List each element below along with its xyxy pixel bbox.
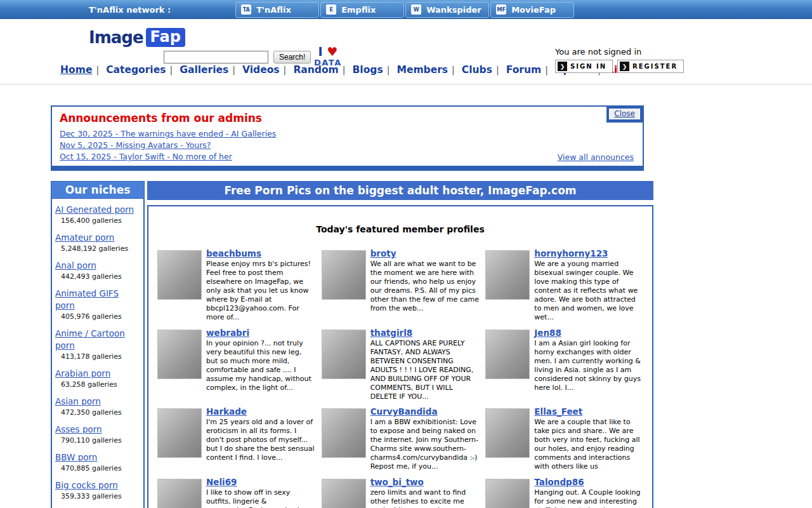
profile-username-link[interactable]: hornyhorny123 [534,248,608,258]
nav-link[interactable]: Galleries [180,64,228,76]
nav-link[interactable]: Home [60,64,92,76]
niche-item: Asian porn 472,350 galleries [55,395,140,417]
niche-link[interactable]: Arabian porn [55,368,110,378]
profile-thumbnail[interactable] [322,250,366,300]
content: Our niches AI Generated porn 156,400 gal… [51,181,812,508]
niches-sidebar: Our niches AI Generated porn 156,400 gal… [51,181,145,508]
profile-thumbnail[interactable] [157,330,202,379]
view-all-announces-link[interactable]: View all announces [558,152,634,162]
niche-item: Animated GIFS porn 405,976 galleries [55,287,140,321]
profile-description: ALL CAPTIONS ARE PURELY FANTASY, AND ALW… [370,339,480,402]
niche-link[interactable]: BBW porn [55,452,97,462]
search-button[interactable]: Search! [273,51,311,64]
niche-link[interactable]: Anime / Cartoon porn [55,328,125,351]
niche-gallery-count: 359,333 galleries [55,492,140,500]
featured-profiles-box: Today's featured member profiles beachbu… [147,205,653,508]
profile-username-link[interactable]: Ellas_Feet [534,406,582,417]
announcements-close-corner: Close [606,107,643,123]
niche-gallery-count: 5,248,192 galleries [55,244,140,253]
profile-description: zero limits and want to find other fetis… [370,488,480,508]
register-button[interactable]: ❯ REGISTER [617,60,684,73]
niche-link[interactable]: Anal porn [55,260,96,271]
nav-link[interactable]: Members [396,64,448,76]
niche-item: AI Generated porn 156,400 galleries [55,203,140,225]
niche-link[interactable]: Asses porn [55,424,102,434]
announcements-list: Dec 30, 2025 - The warnings have ended -… [60,129,635,161]
profile-card: thatgirl8 ALL CAPTIONS ARE PURELY FANTAS… [322,326,480,402]
nav-link[interactable]: Videos [242,64,280,76]
profile-card: two_bi_two zero limits and want to find … [322,476,480,508]
heart-icon: ♥ [327,44,337,58]
network-site-button[interactable]: MF MovieFap [490,2,574,18]
profile-description: Please enjoy mrs b's pictures! Feel free… [206,260,315,323]
profile-card: Neli69 I like to show off in sexy outfit… [157,476,315,508]
profile-thumbnail[interactable] [322,479,366,508]
network-site-label: T'nAflix [256,5,291,15]
network-site-icon: W [411,4,421,15]
nav-link[interactable]: Categories [106,64,166,76]
profile-thumbnail[interactable] [157,408,202,458]
network-site-button[interactable]: TA T'nAflix [235,2,319,18]
niche-link[interactable]: Amateur porn [55,232,114,243]
profile-thumbnail[interactable] [485,479,530,508]
announcement-link[interactable]: Nov 5, 2025 - Missing Avatars - Yours? [60,140,211,150]
profile-thumbnail[interactable] [485,330,530,379]
niche-item: Anime / Cartoon porn 413,178 galleries [55,327,140,361]
niche-link[interactable]: Asian porn [55,396,101,406]
nav-item: Blogs| [353,64,394,76]
niche-gallery-count: 156,400 galleries [55,217,140,225]
nav-item: Forum| [506,64,552,76]
profile-thumbnail[interactable] [157,479,202,508]
nav-item: Videos| [242,64,290,76]
profile-thumbnail[interactable] [157,250,202,300]
nav-separator: | [284,65,287,75]
nav-separator: | [452,65,455,75]
network-site-icon: TA [241,4,251,15]
network-site-icon: E [326,4,336,15]
profile-card: CurvyBandida I am a BBW exhibitionist: L… [322,405,480,471]
profile-description: In your opinion ?... not truly very beau… [206,339,315,392]
search-input[interactable] [164,51,268,64]
sidebar-title: Our niches [51,181,145,199]
account-area: You are not signed in ❯ SIGN IN ❯ REGIST… [555,47,684,73]
arrow-icon: ❯ [620,62,629,71]
niche-item: BBW porn 470,885 galleries [55,451,140,472]
profile-thumbnail[interactable] [485,408,530,458]
niche-link[interactable]: Big cocks porn [55,480,118,490]
network-site-button[interactable]: E Empflix [320,2,404,18]
network-site-button[interactable]: W Wankspider [405,2,489,18]
profile-username-link[interactable]: Talondp86 [534,477,584,487]
profile-thumbnail[interactable] [322,330,366,379]
profile-username-link[interactable]: CurvyBandida [370,406,438,417]
profile-description: I like to show off in sexy outfits, ling… [206,488,315,508]
profile-card: webrabri In your opinion ?... not truly … [157,326,315,402]
nav-separator: | [496,65,499,75]
nav-separator: | [387,65,390,75]
nav-separator: | [232,65,235,75]
profile-username-link[interactable]: webrabri [206,328,249,338]
network-bar: T'nAflix network : TA T'nAflix E Empflix… [0,0,812,19]
niche-link[interactable]: Animated GIFS porn [55,288,119,311]
profile-username-link[interactable]: Neli69 [206,477,237,487]
profile-username-link[interactable]: broty [370,248,396,258]
profile-username-link[interactable]: Harkade [206,406,247,417]
nav-link[interactable]: Clubs [462,64,492,76]
profile-thumbnail[interactable] [485,250,530,300]
profile-thumbnail[interactable] [322,408,366,458]
sign-in-button[interactable]: ❯ SIGN IN [555,60,613,73]
profile-username-link[interactable]: beachbums [206,248,261,258]
profile-username-link[interactable]: Jen88 [534,328,561,338]
niche-link[interactable]: AI Generated porn [55,204,134,215]
profile-username-link[interactable]: two_bi_two [370,477,424,487]
nav-item: Members| [396,64,458,76]
nav-link[interactable]: Blogs [353,64,383,76]
imagefap-logo[interactable]: Image Fap [89,28,185,47]
nav-link[interactable]: Forum [506,64,541,76]
announcement-link[interactable]: Dec 30, 2025 - The warnings have ended -… [60,129,276,138]
search-area: Search! [164,51,311,64]
announcement-link[interactable]: Oct 15, 2025 - Taylor Swift - No more of… [60,152,232,161]
header: Image Fap Search! I ♥ DATA You are not s… [0,19,812,58]
close-button[interactable]: Close [609,109,640,119]
network-site-label: Empflix [341,5,376,15]
profile-username-link[interactable]: thatgirl8 [370,328,413,338]
